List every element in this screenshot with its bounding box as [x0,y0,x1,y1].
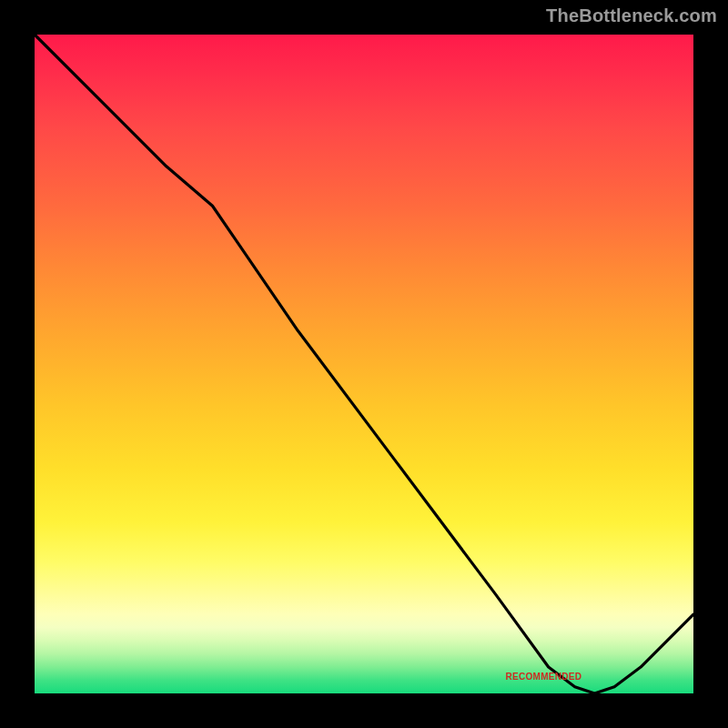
attribution-text: TheBottleneck.com [546,5,717,26]
recommended-annotation: RECOMMENDED [505,672,581,682]
line-curve [35,35,693,693]
plot-area: RECOMMENDED [35,35,693,693]
chart-stage: RECOMMENDED TheBottleneck.com [0,0,728,728]
